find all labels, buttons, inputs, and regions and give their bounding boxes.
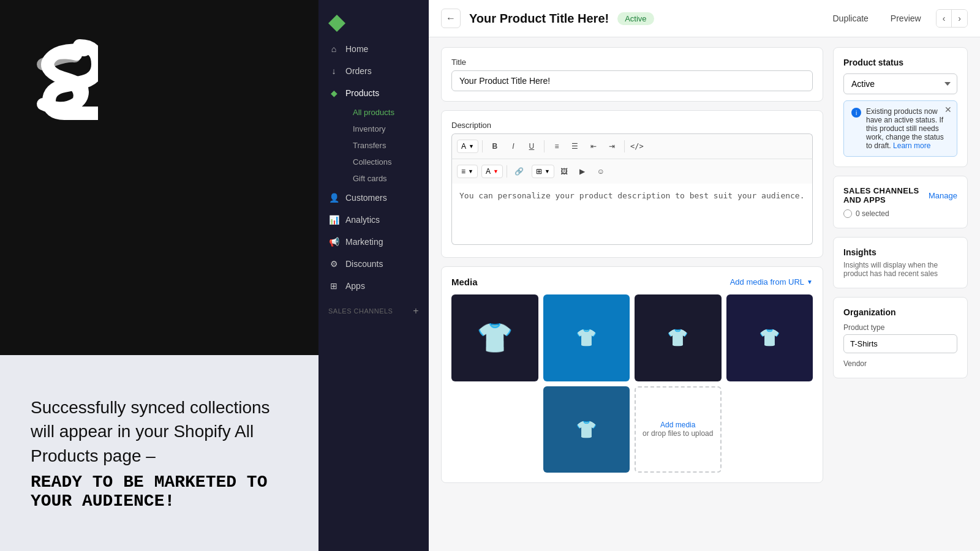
organization-card: Organization Product type Vendor <box>833 297 968 378</box>
add-media-label: Add media from URL <box>730 277 804 287</box>
next-arrow[interactable]: › <box>952 10 967 27</box>
color-select[interactable]: A ▼ <box>481 165 503 178</box>
subnav-all-products[interactable]: All products <box>345 104 429 121</box>
radio-dot <box>843 209 852 218</box>
sidebar-item-label: Marketing <box>345 237 383 247</box>
toolbar-sep2 <box>544 140 545 152</box>
italic-button[interactable]: I <box>505 138 522 155</box>
brand-logo <box>31 37 98 122</box>
status-select[interactable]: Active Draft <box>843 73 957 94</box>
products-subnav: All products Inventory Transfers Collect… <box>318 104 429 187</box>
media-grid: 👕 👕 👕 👕 👕 <box>451 294 813 473</box>
table-select[interactable]: ⊞ ▼ <box>532 165 554 178</box>
subnav-inventory[interactable]: Inventory <box>345 121 429 137</box>
sidebar-item-marketing[interactable]: 📢 Marketing <box>318 231 429 253</box>
duplicate-button[interactable]: Duplicate <box>825 10 875 27</box>
media-item-3[interactable]: 👕 <box>635 294 722 381</box>
sidebar-item-analytics[interactable]: 📊 Analytics <box>318 209 429 231</box>
code-button[interactable]: </> <box>628 138 646 155</box>
content-area: Title Description A ▼ B I U ≡ ☰ ⇤ ⇥ <box>429 37 980 550</box>
info-close-button[interactable]: ✕ <box>944 105 952 114</box>
logo-area <box>0 0 318 162</box>
tagline-bold: READY TO BE MARKETED TO YOUR AUDIENCE! <box>31 473 288 511</box>
apps-icon: ⊞ <box>328 280 339 291</box>
description-textarea[interactable]: You can personalize your product descrip… <box>451 184 813 245</box>
sidebar-item-label: Analytics <box>345 215 380 225</box>
indent-right-button[interactable]: ⇥ <box>603 138 620 155</box>
add-sales-channel-icon[interactable]: + <box>413 305 419 317</box>
align-select[interactable]: ≡ ▼ <box>457 165 478 178</box>
back-button[interactable]: ← <box>441 9 461 28</box>
right-column: Product status Active Draft i Existing p… <box>833 47 968 541</box>
product-status-card: Product status Active Draft i Existing p… <box>833 47 968 167</box>
info-banner: i Existing products now have an active s… <box>843 100 957 157</box>
toolbar-sep1 <box>482 140 483 152</box>
upload-link: Add media <box>660 421 695 429</box>
media-title: Media <box>451 277 478 287</box>
product-type-input[interactable] <box>843 334 957 353</box>
sidebar-item-home[interactable]: ⌂ Home <box>318 38 429 60</box>
sales-channels-label: SALES CHANNELS <box>328 307 393 315</box>
sidebar-item-customers[interactable]: 👤 Customers <box>318 187 429 209</box>
description-card: Description A ▼ B I U ≡ ☰ ⇤ ⇥ </> <box>441 110 823 258</box>
page-title: Your Product Title Here! <box>469 12 609 26</box>
orders-icon: ↓ <box>328 66 339 77</box>
product-type-label: Product type <box>843 323 957 332</box>
info-text: Existing products now have an active sta… <box>866 107 949 150</box>
subnav-collections[interactable]: Collections <box>345 154 429 170</box>
emoji-button[interactable]: ☺ <box>592 163 609 180</box>
home-icon: ⌂ <box>328 43 339 54</box>
bullet-list-button[interactable]: ≡ <box>548 138 565 155</box>
media-item-2[interactable]: 👕 <box>543 294 630 381</box>
description-label: Description <box>451 121 813 130</box>
preview-button[interactable]: Preview <box>883 10 929 27</box>
sales-channels-card: SALES CHANNELS AND APPS Manage 0 selecte… <box>833 176 968 228</box>
sidebar-item-products[interactable]: ◆ Products <box>318 82 429 104</box>
sidebar-item-orders[interactable]: ↓ Orders <box>318 60 429 82</box>
media-card: Media Add media from URL ▼ 👕 👕 <box>441 266 823 483</box>
description-toolbar-row2: ≡ ▼ A ▼ 🔗 ⊞ ▼ 🖼 ▶ ☺ <box>451 159 813 184</box>
upload-sub: or drop files to upload <box>643 429 713 438</box>
video-button[interactable]: ▶ <box>574 163 591 180</box>
toolbar-sep4 <box>507 165 507 178</box>
link-button[interactable]: 🔗 <box>511 163 528 180</box>
analytics-icon: 📊 <box>328 214 339 225</box>
tagline-normal: Successfully synced collections will app… <box>31 395 288 468</box>
prev-arrow[interactable]: ‹ <box>937 10 952 27</box>
main-content: ← Your Product Title Here! Active Duplic… <box>429 0 980 551</box>
organization-title: Organization <box>843 307 957 317</box>
description-toolbar-row1: A ▼ B I U ≡ ☰ ⇤ ⇥ </> <box>451 133 813 159</box>
image-button[interactable]: 🖼 <box>556 163 573 180</box>
media-upload-area[interactable]: Add media or drop files to upload <box>635 386 722 473</box>
nav-arrows: ‹ › <box>936 9 968 28</box>
sidebar-item-discounts[interactable]: ⚙ Discounts <box>318 253 429 275</box>
sidebar-item-label: Products <box>345 88 379 98</box>
insights-title: Insights <box>843 247 957 257</box>
customers-icon: 👤 <box>328 192 339 203</box>
selected-count: 0 selected <box>843 209 957 218</box>
sidebar-item-label: Apps <box>345 281 365 291</box>
dropdown-icon: ▼ <box>807 279 813 285</box>
learn-more-link[interactable]: Learn more <box>893 141 930 150</box>
sales-channels-section: SALES CHANNELS + <box>318 297 429 319</box>
discounts-icon: ⚙ <box>328 258 339 269</box>
title-input[interactable] <box>451 70 813 91</box>
subnav-gift-cards[interactable]: Gift cards <box>345 170 429 187</box>
font-family-select[interactable]: A ▼ <box>457 140 478 153</box>
insights-desc: Insights will display when the product h… <box>843 261 957 278</box>
underline-button[interactable]: U <box>523 138 540 155</box>
info-icon: i <box>851 108 861 118</box>
sidebar-item-apps[interactable]: ⊞ Apps <box>318 275 429 297</box>
bold-button[interactable]: B <box>486 138 503 155</box>
media-item-4[interactable]: 👕 <box>726 294 813 381</box>
align-center-button[interactable]: ☰ <box>567 138 584 155</box>
insights-card: Insights Insights will display when the … <box>833 237 968 288</box>
manage-link[interactable]: Manage <box>929 191 957 200</box>
subnav-transfers[interactable]: Transfers <box>345 137 429 154</box>
indent-left-button[interactable]: ⇤ <box>585 138 602 155</box>
media-item-5[interactable]: 👕 <box>543 386 630 473</box>
title-card: Title <box>441 47 823 102</box>
add-media-url-button[interactable]: Add media from URL ▼ <box>730 277 813 287</box>
media-item-main[interactable]: 👕 <box>451 294 538 381</box>
products-icon: ◆ <box>328 88 339 99</box>
